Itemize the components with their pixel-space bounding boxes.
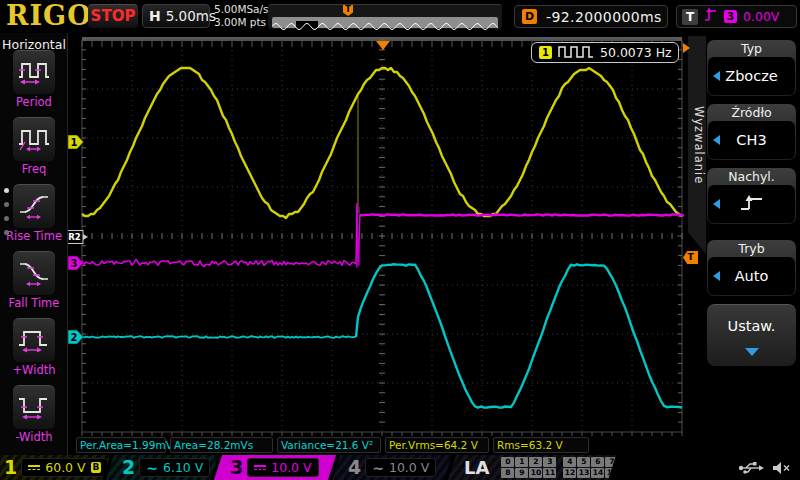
la-digit: 1 [515,457,528,467]
chevron-down-icon [745,348,759,356]
la-digit: 8 [501,468,514,478]
measurement-rms: Rms=63.2 V [493,437,589,453]
rising-edge-icon [737,194,767,215]
page-dot [4,230,9,235]
channel-number: 2 [122,455,135,480]
trigger-menu: Wyzwalanie TypZboczeŹródłoCH3Nachyl.Tryb… [688,33,800,455]
svg-text:R2: R2 [68,232,81,242]
rising-edge-icon [704,7,718,27]
trigger-level-marker[interactable]: T [683,251,698,264]
channel-4-status[interactable]: 4~10.0 V [332,455,452,480]
menu-item-minus-width[interactable] [13,385,55,429]
menu-item-fall-time[interactable] [13,251,55,295]
menu-item-label: Fall Time [0,296,68,310]
menu-item-label: -Width [0,430,68,444]
softkey-typ[interactable]: TypZbocze [707,40,796,96]
la-digit: 6 [591,457,604,467]
softkey-value-box: Auto [708,257,795,295]
counter-value: 50.0073 Hz [600,45,672,60]
chevron-left-icon [713,135,720,145]
channel-number: 3 [230,455,243,480]
channel-scale-box: 60.0 VB [21,458,108,477]
horizontal-label: H [149,8,161,24]
softkey-nachyl[interactable]: Nachyl. [707,168,796,224]
sample-rate: 5.00MSa/s [214,3,269,16]
page-dot [4,202,9,207]
delay-readout[interactable]: D -92.2000000ms [514,5,668,28]
menu-item-rise-time[interactable] [13,184,55,228]
la-digit-grid: 0123456789101112131415 [501,457,616,478]
channel-3-status[interactable]: 310.0 V [214,455,336,480]
page-dot [4,216,9,221]
la-digit: 10 [529,468,542,478]
la-digit: 4 [563,457,576,467]
channel-1-status[interactable]: 160.0 VB [0,455,110,480]
menu-page-arrow-icon [683,43,690,53]
trigger-source-badge: 3 [724,10,737,23]
la-digit: 7 [605,457,616,467]
softkey-zrodlo[interactable]: ŹródłoCH3 [707,104,796,160]
dc-coupling-icon [254,465,266,470]
svg-text:3: 3 [71,258,78,269]
trigger-flag-icon[interactable]: T [343,5,353,16]
la-digit: 5 [577,457,590,467]
la-digit: 0 [501,457,514,467]
oscilloscope-screen: 1R232 RIGOL STOP H 5.00ms 5.00MSa/s 3.00… [0,0,800,480]
menu-item-period[interactable] [13,50,55,94]
softkey-value: Ustaw. [728,318,776,334]
delay-label: D [522,9,537,24]
usb-icon [738,460,764,479]
timebase-value: 5.00ms [166,8,216,24]
acquisition-info: 5.00MSa/s 3.00M pts [214,3,269,29]
minus-width-icon [17,391,51,425]
la-digit: 13 [577,468,590,478]
plus-width-icon [17,324,51,358]
trigger-level-value: 0.00V [743,9,779,24]
counter-channel-badge: 1 [539,46,552,59]
softkey-ustaw[interactable]: Ustaw. [707,304,796,366]
svg-text:1: 1 [71,137,78,148]
softkey-label: Nachyl. [708,169,795,185]
measurement-per-area: Per.Area=1.99mVs [76,437,166,453]
measurement-variance: Variance=21.6 V² [277,437,381,453]
chevron-left-icon [713,199,720,209]
ac-coupling-icon: ~ [146,463,158,473]
channel-scale-box: ~6.10 V [139,458,210,477]
memory-depth: 3.00M pts [214,16,269,29]
la-digit: 11 [543,468,556,478]
ac-coupling-icon: ~ [372,463,384,473]
la-digit: 15 [605,468,616,478]
channel-scale: 10.0 V [271,460,311,475]
menu-item-plus-width[interactable] [13,318,55,362]
logic-analyzer-status[interactable]: LA0123456789101112131415 [448,455,616,480]
memory-bar [272,17,498,28]
menu-item-freq[interactable] [13,117,55,161]
channel-scale: 10.0 V [389,460,429,475]
softkey-value-box [708,185,795,223]
measurement-area: Area=28.2mVs [170,437,273,453]
softkey-label: Tryb [708,241,795,257]
channel-number: 1 [4,455,17,480]
trigger-label: T [682,9,698,25]
menu-item-label: +Width [0,363,68,377]
la-digit: 3 [543,457,556,467]
la-digit: 14 [591,468,604,478]
speaker-muted-icon[interactable] [772,460,792,479]
softkey-label: Źródło [708,105,795,121]
trigger-menu-tab: Wyzwalanie [688,36,706,254]
softkey-tryb[interactable]: TrybAuto [707,240,796,296]
timebase-readout[interactable]: H 5.00ms [142,4,210,28]
fall-time-icon [17,257,51,291]
channel-2-status[interactable]: 2~6.10 V [106,455,218,480]
bandwidth-limit-icon: B [91,462,102,473]
softkey-label: Typ [708,41,795,57]
square-wave-icon [558,43,594,62]
chevron-left-icon [713,71,720,81]
run-state-indicator[interactable]: STOP [88,4,138,28]
measurement-per-vrms: Per.Vrms=64.2 V [385,437,489,453]
softkey-value-box: Zbocze [708,57,795,95]
waveform-overview[interactable]: T [268,4,502,29]
trigger-readout[interactable]: T 3 0.00V [676,5,797,28]
la-digit: 12 [563,468,576,478]
softkey-value-box: CH3 [708,121,795,159]
